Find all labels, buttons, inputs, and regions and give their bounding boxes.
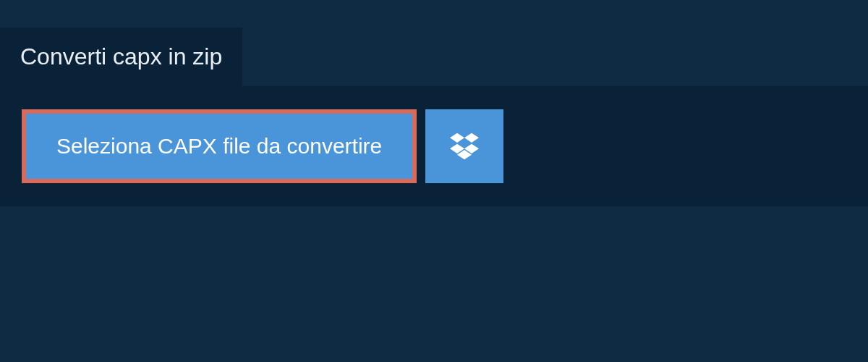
dropbox-icon — [450, 132, 479, 161]
select-file-button[interactable]: Seleziona CAPX file da convertire — [22, 109, 417, 183]
select-file-label: Seleziona CAPX file da convertire — [56, 134, 382, 159]
tab-header: Converti capx in zip — [0, 28, 242, 86]
content-panel: Seleziona CAPX file da convertire — [0, 86, 868, 206]
button-row: Seleziona CAPX file da convertire — [22, 109, 846, 183]
dropbox-button[interactable] — [425, 109, 503, 183]
page-title: Converti capx in zip — [20, 43, 222, 70]
